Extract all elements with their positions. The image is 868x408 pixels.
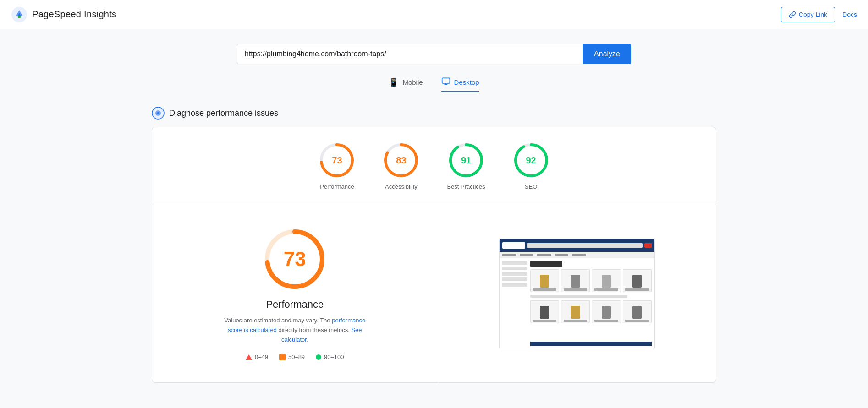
legend-average: 50–89 <box>279 354 305 360</box>
mini-product-label <box>594 320 618 322</box>
description-text-start: Values are estimated and may vary. The <box>224 317 330 324</box>
header: PageSpeed Insights Copy Link Docs <box>0 0 868 29</box>
detail-left: 73 Performance Values are estimated and … <box>152 205 438 382</box>
app-title: PageSpeed Insights <box>32 9 116 20</box>
mini-product <box>561 269 590 292</box>
mini-product-img <box>602 306 611 319</box>
large-score-circle: 73 <box>263 227 327 291</box>
tab-desktop[interactable]: Desktop <box>441 77 479 92</box>
mini-product <box>592 269 621 292</box>
analyze-button[interactable]: Analyze <box>583 44 631 64</box>
mini-product <box>623 269 652 292</box>
score-value-seo: 92 <box>526 155 536 166</box>
tab-mobile-label: Mobile <box>402 78 423 86</box>
legend-fail: 0–49 <box>246 354 268 360</box>
tab-mobile[interactable]: 📱 Mobile <box>389 77 423 92</box>
tab-desktop-label: Desktop <box>454 78 479 86</box>
mini-product-label <box>533 288 557 291</box>
screenshot-container <box>499 239 655 349</box>
detail-right <box>438 205 716 382</box>
score-item-performance[interactable]: 73 Performance <box>319 142 355 190</box>
legend-pass-icon <box>316 354 321 360</box>
mini-footer <box>530 342 652 346</box>
scores-row: 73 Performance 83 Accessibility <box>152 127 716 205</box>
copy-link-button[interactable]: Copy Link <box>781 7 835 22</box>
mini-product <box>530 269 559 292</box>
mini-sidebar-item <box>502 267 527 270</box>
mini-product-label <box>625 320 649 322</box>
mini-search-btn <box>644 243 652 248</box>
mini-search-bar <box>527 243 643 248</box>
mini-nav-item <box>537 254 551 256</box>
score-circle-accessibility: 83 <box>383 142 419 179</box>
mini-nav-item <box>555 254 568 256</box>
mini-sidebar-item <box>502 261 527 265</box>
url-input[interactable] <box>237 44 583 64</box>
main-content: Analyze 📱 Mobile Desktop Diagnose pe <box>141 29 727 397</box>
mini-product-img <box>602 275 611 288</box>
diagnose-icon <box>152 107 165 120</box>
svg-rect-2 <box>442 78 450 83</box>
detail-title: Performance <box>266 299 324 310</box>
mini-product <box>623 300 652 323</box>
score-value-performance: 73 <box>332 155 342 166</box>
large-score-value: 73 <box>284 248 306 271</box>
url-bar-container: Analyze <box>152 44 716 64</box>
legend-average-icon <box>279 354 286 360</box>
mini-sidebar <box>502 261 527 346</box>
mini-product-label <box>564 288 588 291</box>
mini-sidebar-item <box>502 283 527 287</box>
desktop-icon <box>441 77 450 87</box>
legend-fail-range: 0–49 <box>255 354 268 360</box>
detail-description: Values are estimated and may vary. The p… <box>217 316 373 344</box>
url-bar-wrapper: Analyze <box>237 44 631 64</box>
mini-page-title <box>530 261 562 267</box>
score-item-best-practices[interactable]: 91 Best Practices <box>447 142 485 190</box>
mini-product-img <box>571 275 580 288</box>
score-item-seo[interactable]: 92 SEO <box>513 142 549 190</box>
score-item-accessibility[interactable]: 83 Accessibility <box>383 142 419 190</box>
mini-body <box>500 258 654 349</box>
legend-average-range: 50–89 <box>288 354 305 360</box>
tabs-container: 📱 Mobile Desktop <box>152 77 716 92</box>
link-icon <box>789 11 796 18</box>
mini-products-grid-2 <box>530 300 652 323</box>
legend-pass-range: 90–100 <box>324 354 344 360</box>
svg-point-7 <box>157 112 159 114</box>
header-actions: Copy Link Docs <box>781 7 857 22</box>
score-label-best-practices: Best Practices <box>447 183 485 190</box>
mini-nav-item <box>520 254 533 256</box>
mini-products-grid <box>530 269 652 292</box>
scores-card: 73 Performance 83 Accessibility <box>152 127 716 383</box>
svg-point-1 <box>18 16 21 18</box>
docs-link[interactable]: Docs <box>842 11 857 18</box>
mini-second-row <box>530 295 652 298</box>
score-value-best-practices: 91 <box>461 155 471 166</box>
mini-nav-item <box>502 254 516 256</box>
mini-product-img <box>632 306 642 319</box>
description-text-middle: directly from these metrics. <box>278 326 349 333</box>
diagnose-title: Diagnose performance issues <box>169 109 278 118</box>
mini-logo <box>502 242 525 249</box>
screenshot-image <box>500 239 654 349</box>
mini-product <box>561 300 590 323</box>
mini-product-label <box>594 288 618 291</box>
mobile-icon: 📱 <box>389 77 399 87</box>
copy-link-label: Copy Link <box>799 11 827 18</box>
mini-site-header <box>500 239 654 252</box>
mini-product-img <box>571 306 580 319</box>
mini-product-label <box>625 288 649 291</box>
mini-nav-item <box>572 254 586 256</box>
mini-nav <box>500 252 654 258</box>
logo-area: PageSpeed Insights <box>11 6 116 23</box>
legend-fail-icon <box>246 354 252 360</box>
score-circle-best-practices: 91 <box>448 142 484 179</box>
legend-pass: 90–100 <box>316 354 344 360</box>
mini-content <box>530 261 652 346</box>
pagespeed-logo-icon <box>11 6 27 23</box>
score-label-performance: Performance <box>320 183 354 190</box>
detail-section: 73 Performance Values are estimated and … <box>152 205 716 382</box>
mini-sidebar-item <box>502 272 527 276</box>
mini-product <box>530 300 559 323</box>
mini-product-label <box>533 320 557 322</box>
